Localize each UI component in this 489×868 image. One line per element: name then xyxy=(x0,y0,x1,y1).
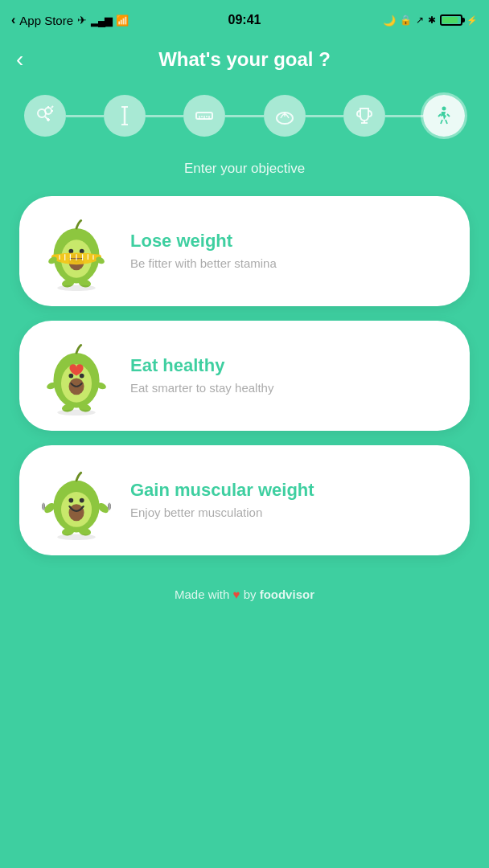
status-bar-left: ‹ App Store ✈ ▂▄▆ 📶 xyxy=(11,13,163,27)
back-button[interactable]: ‹ xyxy=(16,48,23,71)
lose-weight-card[interactable]: Lose weight Be fitter with better stamin… xyxy=(19,196,470,306)
eat-healthy-card[interactable]: Eat healthy Eat smarter to stay healthy xyxy=(19,321,470,431)
svg-line-22 xyxy=(438,114,441,117)
subtitle: Enter your objective xyxy=(0,161,489,177)
svg-point-56 xyxy=(68,504,84,521)
svg-rect-64 xyxy=(109,502,110,510)
footer-text: Made with xyxy=(175,588,229,601)
status-bar-right: 🌙 🔒 ↗ ✱ ⚡ xyxy=(326,14,478,27)
lose-weight-desc: Be fitter with better stamina xyxy=(130,255,450,272)
trophy-icon xyxy=(354,105,375,126)
svg-line-23 xyxy=(447,114,450,117)
signal-icon: ▂▄▆ xyxy=(91,14,112,27)
step-gender[interactable] xyxy=(24,95,66,137)
eat-healthy-desc: Eat smarter to stay healthy xyxy=(130,379,450,396)
ruler-icon xyxy=(194,105,215,126)
status-time: 09:41 xyxy=(228,13,261,27)
status-bar-center: 09:41 xyxy=(168,13,320,27)
svg-line-24 xyxy=(441,120,442,124)
activity-icon xyxy=(434,105,454,126)
location-icon: ↗ xyxy=(416,14,424,26)
scale-icon xyxy=(274,105,295,126)
step-measure[interactable] xyxy=(183,95,225,137)
wifi-icon: 📶 xyxy=(116,14,129,27)
battery-icon xyxy=(440,14,462,26)
svg-point-67 xyxy=(57,534,96,540)
svg-point-52 xyxy=(57,409,96,416)
header: ‹ What's your goal ? xyxy=(0,40,489,87)
battery-fill xyxy=(442,17,458,23)
step-connector-1 xyxy=(66,115,104,117)
svg-point-21 xyxy=(442,107,446,111)
step-activity[interactable] xyxy=(423,95,465,137)
step-connector-3 xyxy=(225,115,263,117)
steps-container xyxy=(0,87,489,161)
svg-line-25 xyxy=(446,120,447,124)
footer-by: by xyxy=(244,588,260,601)
step-connector-2 xyxy=(146,115,183,117)
gain-muscle-title: Gain muscular weight xyxy=(130,480,450,501)
svg-point-57 xyxy=(68,497,73,502)
gain-muscle-card[interactable]: Gain muscular weight Enjoy better muscul… xyxy=(19,445,470,555)
footer: Made with ♥ by foodvisor xyxy=(0,555,489,625)
svg-line-6 xyxy=(51,106,53,108)
eat-healthy-avatar xyxy=(32,334,121,418)
avocado-heart-icon xyxy=(39,336,115,416)
svg-point-47 xyxy=(79,373,84,378)
svg-point-58 xyxy=(79,497,84,502)
charging-icon: ⚡ xyxy=(466,15,478,26)
lose-weight-text: Lose weight Be fitter with better stamin… xyxy=(130,231,450,272)
lose-weight-avatar xyxy=(32,209,121,293)
avocado-muscle-icon xyxy=(39,461,115,541)
back-chevron-icon: ‹ xyxy=(11,13,15,27)
height-icon xyxy=(114,105,135,126)
svg-point-46 xyxy=(68,373,73,378)
lock-icon: 🔒 xyxy=(400,14,412,26)
eat-healthy-text: Eat healthy Eat smarter to stay healthy xyxy=(130,355,450,396)
step-weight[interactable] xyxy=(264,95,306,137)
step-height[interactable] xyxy=(104,95,146,137)
page-title: What's your goal ? xyxy=(158,48,331,71)
footer-brand: foodvisor xyxy=(260,588,314,601)
gain-muscle-desc: Enjoy better musculation xyxy=(130,504,450,521)
gain-muscle-text: Gain muscular weight Enjoy better muscul… xyxy=(130,480,450,521)
cards-container: Lose weight Be fitter with better stamin… xyxy=(0,196,489,555)
step-connector-4 xyxy=(306,115,343,117)
bluetooth-icon: ✱ xyxy=(428,14,436,26)
app-store-label: App Store xyxy=(19,14,73,27)
avocado-tape-icon xyxy=(39,211,115,292)
svg-point-4 xyxy=(45,108,51,114)
lose-weight-title: Lose weight xyxy=(130,231,450,252)
eat-healthy-title: Eat healthy xyxy=(130,355,450,376)
footer-heart-icon: ♥ xyxy=(233,588,244,601)
step-connector-5 xyxy=(385,115,423,117)
moon-icon: 🌙 xyxy=(383,14,396,27)
svg-rect-61 xyxy=(43,502,44,510)
airplane-icon: ✈ xyxy=(77,14,87,27)
step-trophy[interactable] xyxy=(343,95,385,137)
svg-point-42 xyxy=(57,285,96,291)
gain-muscle-avatar xyxy=(32,458,121,542)
status-bar: ‹ App Store ✈ ▂▄▆ 📶 09:41 🌙 🔒 ↗ ✱ ⚡ xyxy=(0,0,489,40)
gender-icon xyxy=(35,105,55,126)
